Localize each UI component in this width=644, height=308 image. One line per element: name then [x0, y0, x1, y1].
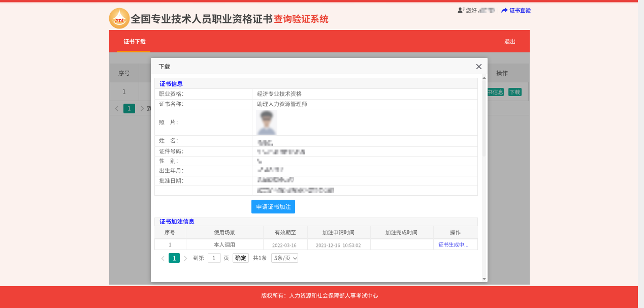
- svg-text:PTA: PTA: [115, 18, 124, 23]
